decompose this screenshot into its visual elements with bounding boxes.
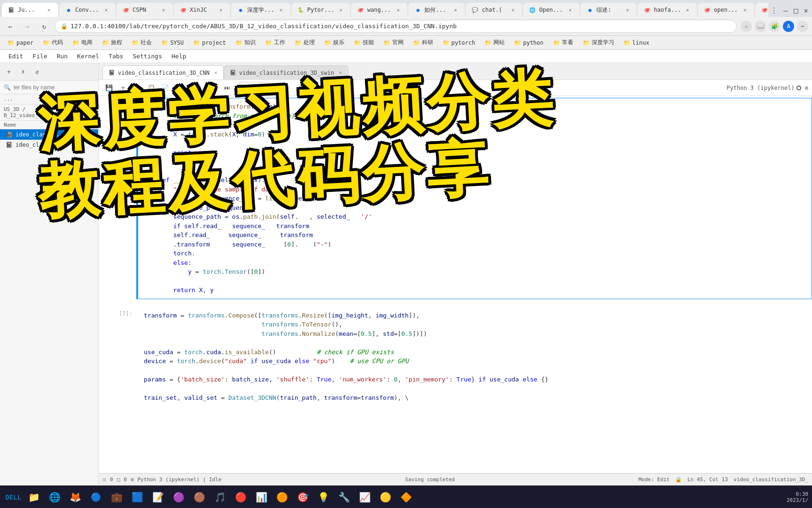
taskbar-app7[interactable]: 🎯 [293, 488, 312, 507]
notebook-tab-swin[interactable]: 📓 video_classification_3D_swin × [224, 65, 348, 79]
taskbar-app5[interactable]: 📊 [252, 488, 271, 507]
tab-pytorch[interactable]: 🐍 Pytor... × [291, 3, 351, 17]
taskbar-pycharm-icon[interactable]: 🟣 [169, 488, 188, 507]
menu-run[interactable]: Run [52, 51, 72, 62]
bookmark-pytorch[interactable]: 📁 pytorch [439, 38, 479, 48]
notebook-tab-cnn[interactable]: 📓 video_classification_3D_CNN × [102, 65, 224, 79]
add-cell-button[interactable]: + [117, 82, 130, 94]
taskbar-app12[interactable]: 🔶 [397, 488, 415, 507]
tab-chat[interactable]: 💬 chat.( × [466, 3, 522, 17]
tab-list-button[interactable]: ⋮ [768, 6, 780, 15]
cell-6[interactable]: [6]: image = use_transform(image) # imag… [99, 98, 812, 299]
bookmark-frequent[interactable]: 📁 常看 [549, 38, 577, 48]
upload-button[interactable]: ⬆ [17, 66, 29, 78]
bookmark-society[interactable]: 📁 社会 [128, 38, 156, 48]
bookmark-project[interactable]: 📁 project [189, 38, 230, 48]
save-button[interactable]: 💾 [102, 82, 116, 94]
tab-haofa[interactable]: 🐙 haofa... × [638, 3, 697, 17]
menu-file[interactable]: File [28, 51, 52, 62]
cell-7[interactable]: [7]: transform = transforms.Compose([tra… [99, 307, 812, 407]
taskbar-app6[interactable]: 🟠 [273, 488, 291, 507]
search-input[interactable] [14, 84, 94, 91]
restart-kernel-button[interactable]: ↺ [206, 82, 219, 94]
cell-type-dropdown[interactable]: Code ▾ [240, 82, 268, 94]
menu-help[interactable]: Help [167, 51, 191, 62]
bookmark-research[interactable]: 📁 科研 [409, 38, 437, 48]
taskbar-app3[interactable]: 🎵 [211, 488, 229, 507]
tab-conv[interactable]: ● Conv... × [59, 3, 116, 17]
notebook-tab-close-2[interactable]: × [339, 70, 342, 76]
bookmark-entertainment[interactable]: 📁 娱乐 [320, 38, 348, 48]
reload-button[interactable]: ↻ [38, 20, 51, 33]
bookmark-skills[interactable]: 📁 技能 [350, 38, 378, 48]
taskbar-files-icon[interactable]: 📁 [24, 488, 43, 507]
close-window-button[interactable]: × [802, 6, 810, 15]
tab-deeplearning[interactable]: ● 深度学... × [231, 3, 290, 17]
stop-cell-button[interactable]: ■ [192, 82, 205, 94]
tab-close-8[interactable]: × [509, 6, 516, 14]
notebook-scroll[interactable]: [6]: image = use_transform(image) # imag… [99, 96, 812, 473]
copy-cell-button[interactable]: 📋 [145, 82, 158, 94]
cell-6-content[interactable]: image = use_transform(image) # image = t… [138, 98, 812, 299]
refresh-button[interactable]: ↺ [31, 66, 43, 78]
menu-kernel[interactable]: Kernel [72, 51, 104, 62]
bookmark-website[interactable]: 📁 网站 [481, 38, 508, 48]
bookmark-process[interactable]: 📁 处理 [291, 38, 319, 48]
sort-icon[interactable]: ⬆ [91, 122, 94, 128]
extensions-icon[interactable]: 🧩 [769, 21, 780, 32]
tab-xinjc[interactable]: 🐙 XinJC × [174, 3, 230, 17]
tab-open[interactable]: 🌐 Open... × [523, 3, 579, 17]
taskbar-clock[interactable]: 0:30 2023/1/ [787, 491, 808, 503]
sidebar-path[interactable]: US_3D / B_12_video_classification / [0, 104, 98, 121]
new-folder-button[interactable]: + [3, 66, 15, 78]
menu-tabs[interactable]: Tabs [104, 51, 128, 62]
reading-mode-icon[interactable]: 📖 [755, 21, 766, 32]
menu-edit[interactable]: Edit [4, 51, 28, 62]
taskbar-app8[interactable]: 💡 [314, 488, 333, 507]
tab-close-11[interactable]: × [684, 6, 691, 14]
cut-cell-button[interactable]: ✂ [131, 82, 144, 94]
tab-close-10[interactable]: × [624, 6, 631, 14]
back-button[interactable]: ← [4, 20, 17, 33]
bookmark-linux[interactable]: 📁 linux [620, 38, 653, 48]
url-input[interactable]: 🔒 127.0.0.1:40100/lab/tree/pytorch_code/… [55, 20, 737, 33]
menu-settings[interactable]: Settings [128, 51, 167, 62]
taskbar-app4[interactable]: 🔴 [231, 488, 250, 507]
taskbar-chrome-icon[interactable]: 🔵 [86, 488, 105, 507]
bookmark-code[interactable]: 📁 代码 [39, 38, 67, 48]
bookmark-star-icon[interactable]: ☆ [741, 21, 752, 32]
profile-icon[interactable]: A [783, 21, 794, 32]
tab-close-6[interactable]: × [394, 6, 402, 14]
cell-7-content[interactable]: transform = transforms.Compose([transfor… [138, 307, 812, 407]
taskbar-app9[interactable]: 🔧 [335, 488, 353, 507]
bookmark-sysu[interactable]: 📁 SYSU [157, 38, 187, 48]
restart-run-all-button[interactable]: ⏭ [220, 82, 234, 94]
tab-close-9[interactable]: × [566, 6, 574, 14]
tab-close-3[interactable]: × [217, 6, 225, 14]
tab-close-7[interactable]: × [452, 6, 459, 14]
bookmark-paper[interactable]: 📁 paper [4, 38, 37, 48]
run-cell-button[interactable]: ▶ [178, 82, 191, 94]
taskbar-word-icon[interactable]: 📝 [148, 488, 167, 507]
bookmark-work[interactable]: 📁 工作 [261, 38, 289, 48]
tab-jupyter[interactable]: 📓 Ju... × [2, 3, 58, 17]
sidebar-file-item-1[interactable]: 📓 ideo_classi... [0, 129, 98, 140]
taskbar-app2[interactable]: 🟤 [190, 488, 209, 507]
taskbar-app1[interactable]: 💼 [107, 488, 126, 507]
bookmark-travel[interactable]: 📁 旅程 [98, 38, 126, 48]
taskbar-vscode-icon[interactable]: 🟦 [128, 488, 147, 507]
tab-close-12[interactable]: × [741, 6, 749, 14]
sidebar-breadcrumb[interactable]: ... [0, 94, 98, 104]
tab-cspn[interactable]: 🐙 CSPN × [117, 3, 173, 17]
bookmark-deeplearning[interactable]: 📁 深度学习 [579, 38, 618, 48]
forward-button[interactable]: → [21, 20, 34, 33]
tab-survey[interactable]: ● 综述: × [580, 3, 637, 17]
sidebar-file-item-2[interactable]: 📓 ideo_classi... [0, 140, 98, 150]
tab-ding[interactable]: 🐙 ding... × [755, 3, 768, 17]
tab-close-2[interactable]: × [160, 6, 167, 14]
tab-close-0[interactable]: × [45, 6, 53, 14]
kernel-settings-icon[interactable]: ⚙ [805, 85, 808, 91]
taskbar-firefox-icon[interactable]: 🦊 [66, 488, 85, 507]
taskbar-app11[interactable]: 🟡 [376, 488, 395, 507]
notebook-tab-close-1[interactable]: × [214, 70, 218, 76]
